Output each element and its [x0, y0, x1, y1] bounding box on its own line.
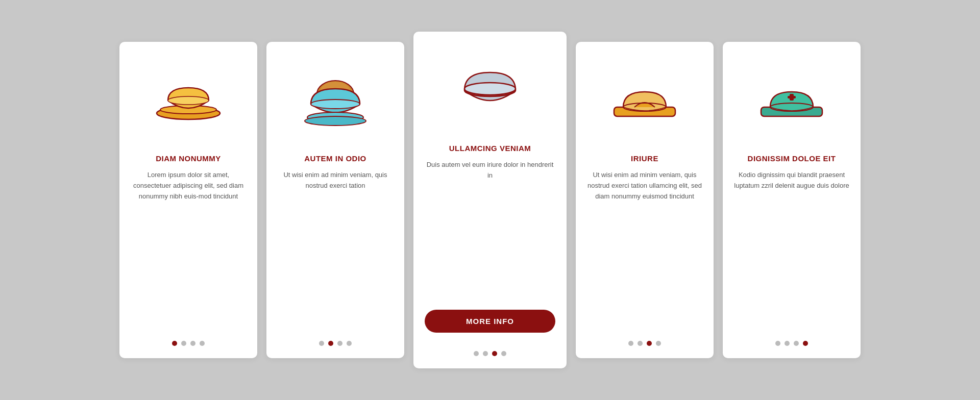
card-3-title: ULLAMCING VENIAM	[449, 144, 531, 153]
card-5-text: Kodio dignissim qui blandit praesent lup…	[734, 170, 849, 327]
svg-point-10	[464, 83, 516, 95]
card-5-dots	[775, 341, 808, 346]
dot[interactable]	[474, 351, 479, 356]
svg-rect-15	[790, 94, 794, 101]
dot[interactable]	[647, 341, 652, 346]
card-1-text: Lorem ipsum dolor sit amet, consectetuer…	[131, 170, 246, 327]
dot[interactable]	[328, 341, 333, 346]
dot[interactable]	[794, 341, 799, 346]
dot[interactable]	[347, 341, 352, 346]
dot[interactable]	[172, 341, 177, 346]
dot[interactable]	[483, 351, 488, 356]
dot[interactable]	[501, 351, 506, 356]
svg-point-7	[305, 116, 366, 126]
dot[interactable]	[337, 341, 342, 346]
svg-point-2	[168, 96, 209, 105]
dot[interactable]	[638, 341, 643, 346]
dot[interactable]	[803, 341, 808, 346]
bowl-blue-icon	[300, 67, 371, 129]
card-1: DIAM NONUMMY Lorem ipsum dolor sit amet,…	[119, 42, 257, 358]
card-3-dots	[474, 351, 506, 356]
card-4-dots	[628, 341, 661, 346]
more-info-button[interactable]: MORE INFO	[425, 310, 555, 333]
card-5: DIGNISSIM DOLOE EIT Kodio dignissim qui …	[723, 42, 861, 358]
dot[interactable]	[656, 341, 661, 346]
card-2-dots	[319, 341, 352, 346]
card-4-icon-area	[587, 57, 702, 139]
card-4-text: Ut wisi enim ad minim veniam, quis nostr…	[587, 170, 702, 327]
dot[interactable]	[492, 351, 497, 356]
dot[interactable]	[181, 341, 186, 346]
bowl-orange-icon	[153, 70, 224, 126]
card-4: IRIURE Ut wisi enim ad minim veniam, qui…	[576, 42, 714, 358]
bowl-teal-icon	[756, 72, 827, 123]
card-4-title: IRIURE	[631, 154, 658, 163]
bowl-flat-icon	[609, 72, 680, 123]
card-3-text: Duis autem vel eum iriure dolor in hendr…	[425, 160, 555, 301]
card-3: ULLAMCING VENIAM Duis autem vel eum iriu…	[413, 32, 567, 368]
dot[interactable]	[190, 341, 195, 346]
dot[interactable]	[319, 341, 324, 346]
card-1-title: DIAM NONUMMY	[156, 154, 221, 163]
card-1-icon-area	[131, 57, 246, 139]
card-2-title: AUTEM IN ODIO	[304, 154, 366, 163]
card-5-icon-area	[734, 57, 849, 139]
svg-point-5	[311, 99, 360, 109]
carousel-container: DIAM NONUMMY Lorem ipsum dolor sit amet,…	[89, 11, 891, 389]
dot[interactable]	[628, 341, 633, 346]
card-1-dots	[172, 341, 205, 346]
card-2-text: Ut wisi enim ad minim veniam, quis nostr…	[278, 170, 393, 327]
card-2-icon-area	[278, 57, 393, 139]
card-3-icon-area	[425, 47, 555, 129]
dot[interactable]	[775, 341, 780, 346]
bowl-silver-icon	[452, 57, 528, 118]
dot[interactable]	[200, 341, 205, 346]
dot[interactable]	[785, 341, 790, 346]
card-2: AUTEM IN ODIO Ut wisi enim ad minim veni…	[266, 42, 404, 358]
card-5-title: DIGNISSIM DOLOE EIT	[748, 154, 836, 163]
